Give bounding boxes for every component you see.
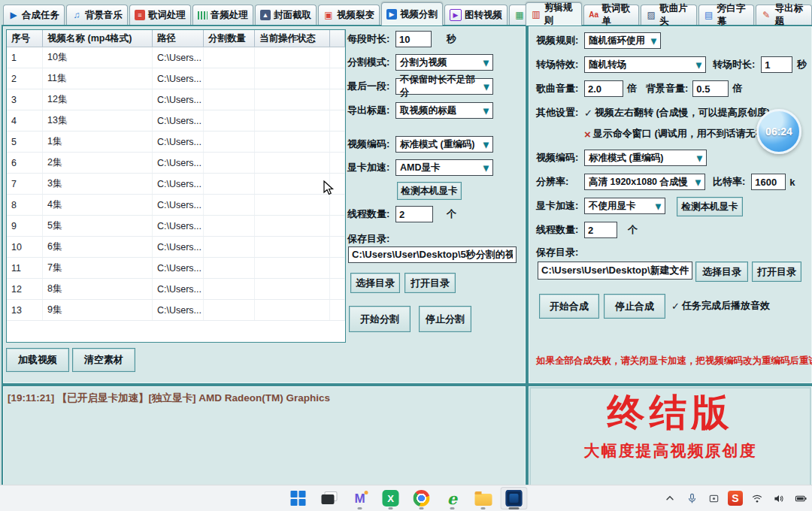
transition-duration-input[interactable] [761,56,792,73]
show-cmd-toggle[interactable]: × 显示命令窗口 (调试用，用不到话请无视) [584,127,768,141]
app-x-icon[interactable]: X [377,487,404,509]
file-explorer-icon[interactable] [470,487,497,509]
tab-video-fission[interactable]: ▣视频裂变 [318,5,380,25]
threads-label: 线程数量: [536,223,584,237]
stop-split-button[interactable]: 停止分割 [419,306,471,332]
open-dir-button[interactable]: 打开目录 [752,262,801,282]
table-row[interactable]: 84集C:\Users... [7,195,345,216]
cell-count [204,132,255,152]
taskbar-center-icons: MXe [285,485,528,511]
song-volume-unit: 倍 [627,82,637,95]
choose-dir-button[interactable]: 选择目录 [695,262,748,282]
tab-export-title[interactable]: ✎导出标题 [756,5,812,25]
last-segment-select[interactable]: 不保留时长不足部分 ▼ [395,78,493,95]
video-encode-select[interactable]: 标准模式 (重编码) ▼ [584,150,707,166]
export-title-select[interactable]: 取视频的标题 ▼ [395,102,493,119]
tab-lyrics-processing[interactable]: ≡歌词处理 [129,5,191,25]
cell-name: 4集 [43,195,153,215]
open-dir-button[interactable]: 打开目录 [404,273,456,293]
detect-gpu-button[interactable]: 检测本机显卡 [677,197,743,216]
tab-audio-processing[interactable]: 音频处理 [192,5,253,25]
dropdown-arrow-icon: ▼ [692,59,705,71]
table-row[interactable]: 211集C:\Users... [7,68,345,89]
tab-narration-subtitle[interactable]: ▤旁白字幕 [698,5,755,25]
tray-expand-icon[interactable] [662,487,678,509]
task-view-icon[interactable] [316,487,343,509]
song-volume-label: 歌曲音量: [536,82,584,95]
threads-input[interactable] [395,206,433,222]
bitrate-input[interactable] [751,174,786,190]
gpu-accel-select[interactable]: AMD显卡 ▼ [395,159,493,176]
cell-name: 11集 [43,68,153,89]
tab-lyrics-playlist[interactable]: Aa歌词歌单 [583,5,640,25]
resolution-select[interactable]: 高清 1920x1080 合成慢 ▼ [584,174,705,190]
table-row[interactable]: 95集C:\Users... [7,216,345,237]
start-compose-button[interactable]: 开始合成 [539,294,599,319]
tab-video-split[interactable]: ▶视频分割 [381,2,443,26]
tab-image-to-video[interactable]: ▶图转视频 [444,5,508,25]
cell-path: C:\Users... [153,195,204,215]
cell-status [255,258,330,278]
detect-gpu-button[interactable]: 检测本机显卡 [397,182,462,200]
clear-material-button[interactable]: 清空素材 [72,348,135,372]
export-title-value: 取视频的标题 [400,104,456,117]
cell-count [204,110,255,131]
tab-clip-rules[interactable]: ▥剪辑规则 [526,2,582,26]
split-mode-select[interactable]: 分割为视频 ▼ [395,54,493,71]
current-app-icon[interactable] [501,487,528,509]
song-volume-input[interactable] [584,80,623,97]
bg-volume-input[interactable] [692,80,729,97]
volume-icon[interactable] [771,487,787,509]
gpu-accel-select[interactable]: 不使用显卡 ▼ [584,198,665,214]
table-row[interactable]: 110集C:\Users... [7,47,345,68]
sound-on-finish-toggle[interactable]: ✓ 任务完成后播放音效 [671,299,770,313]
table-row[interactable]: 62集C:\Users... [7,153,345,174]
load-video-button[interactable]: 加载视频 [6,348,69,372]
threads-input[interactable] [584,222,617,238]
play-icon: ▶ [8,10,19,20]
browser-e-icon[interactable]: e [439,487,466,509]
table-row[interactable]: 51集C:\Users... [7,132,345,153]
screen-device-icon[interactable] [705,487,722,509]
cell-status [255,237,330,257]
table-row[interactable]: 312集C:\Users... [7,89,345,110]
cell-path: C:\Users... [153,216,204,236]
video-encode-select[interactable]: 标准模式 (重编码) ▼ [395,136,493,153]
transition-select[interactable]: 随机转场 ▼ [584,56,706,73]
tab-compose-task[interactable]: ▶合成任务 [3,5,65,25]
table-row[interactable]: 413集C:\Users... [7,110,345,132]
table-row[interactable]: 139集C:\Users... [7,300,345,321]
tab-song-intro[interactable]: ▨歌曲片头 [641,5,697,25]
choose-dir-button[interactable]: 选择目录 [350,273,400,293]
tab-cover-capture[interactable]: ▲封面截取 [255,5,317,25]
table-row[interactable]: 106集C:\Users... [7,237,345,258]
save-dir-input[interactable] [538,262,692,280]
table-row[interactable]: 128集C:\Users... [7,279,345,300]
cell-no: 13 [7,300,43,320]
battery-icon[interactable] [792,487,809,509]
microphone-icon[interactable] [683,487,700,509]
cell-extra [330,279,345,299]
save-dir-input[interactable] [348,246,517,263]
app-m-icon[interactable]: M [347,487,374,509]
sogou-input-icon[interactable]: S [727,487,744,509]
stop-compose-button[interactable]: 停止合成 [604,294,665,319]
flip-video-toggle[interactable]: ✓ 视频左右翻转 (合成慢，可以提高原创度) [584,106,770,119]
wifi-icon[interactable] [749,487,765,509]
check-icon: ✓ [671,301,680,312]
image-to-video-icon: ▶ [450,9,462,21]
chrome-icon[interactable] [408,487,435,509]
start-split-button[interactable]: 开始分割 [349,306,411,332]
tab-background-music[interactable]: ♫背景音乐 [66,5,128,25]
compose-fail-warning: 如果全部合成失败，请关闭显卡加速，把视频编码改为重编码后重试 [536,355,812,367]
table-row[interactable]: 117集C:\Users... [7,258,345,279]
timer-badge[interactable]: 06:24 [756,109,801,154]
table-row[interactable]: 73集C:\Users... [7,174,345,195]
cell-status [255,132,330,152]
right-tab-bar: ▥剪辑规则Aa歌词歌单▨歌曲片头▤旁白字幕✎导出标题 [526,2,812,25]
tab-label: 封面截取 [274,9,311,22]
segment-duration-input[interactable] [395,31,432,47]
tab-label: 歌词歌单 [602,2,635,28]
windows-start-icon[interactable] [285,487,312,509]
video-rule-select[interactable]: 随机循环使用 ▼ [584,32,661,49]
